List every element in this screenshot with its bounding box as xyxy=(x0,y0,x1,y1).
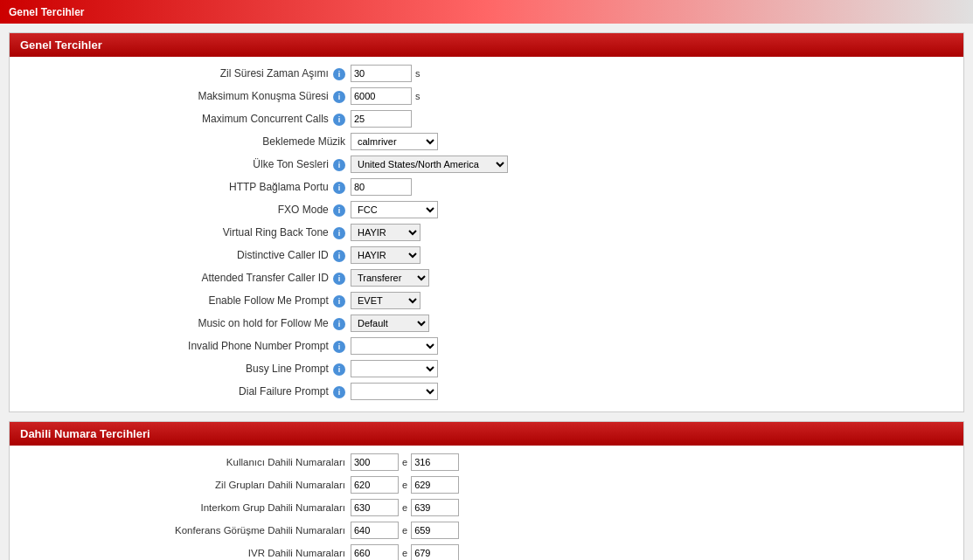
intercom-ext-row: Interkom Grup Dahili Numaraları e xyxy=(18,498,955,517)
max-talk-time-unit: s xyxy=(415,91,420,101)
conference-ext-row: Konferans Görüşme Dahili Numaraları e xyxy=(18,521,955,540)
fxo-mode-info-icon[interactable]: i xyxy=(333,204,345,217)
title-bar-label: Genel Tercihler xyxy=(9,6,84,18)
country-tones-row: Ülke Ton Sesleri i United States/North A… xyxy=(18,155,955,174)
ivr-ext-from-input[interactable] xyxy=(351,544,399,560)
max-concurrent-info-icon[interactable]: i xyxy=(333,114,345,126)
ivr-ext-label: IVR Dahili Numaraları xyxy=(18,548,351,558)
virtual-ring-back-select[interactable]: HAYIR EVET xyxy=(351,224,420,241)
ring-ext-to-input[interactable] xyxy=(411,476,459,494)
user-ext-to-input[interactable] xyxy=(411,453,459,471)
country-tones-select[interactable]: United States/North America xyxy=(351,156,508,173)
ring-timeout-row: Zil Süresi Zaman Aşımı i s xyxy=(18,64,955,83)
invalid-phone-select[interactable] xyxy=(351,337,438,355)
attended-transfer-row: Attended Transfer Caller ID i Transferer xyxy=(18,268,955,287)
country-tones-label: Ülke Ton Sesleri i xyxy=(18,158,351,171)
ring-timeout-unit: s xyxy=(415,68,420,79)
distinctive-caller-info-icon[interactable]: i xyxy=(333,250,345,262)
dial-failure-info-icon[interactable]: i xyxy=(333,386,345,398)
title-bar: Genel Tercihler xyxy=(0,0,973,24)
ring-timeout-label: Zil Süresi Zaman Aşımı i xyxy=(18,67,351,80)
max-concurrent-row: Maximum Concurrent Calls i xyxy=(18,109,955,128)
country-tones-info-icon[interactable]: i xyxy=(333,159,345,171)
distinctive-caller-select[interactable]: HAYIR EVET xyxy=(351,246,420,264)
max-talk-time-info-icon[interactable]: i xyxy=(333,91,345,103)
http-port-info-icon[interactable]: i xyxy=(333,182,345,194)
enable-follow-me-label: Enable Follow Me Prompt i xyxy=(18,294,351,308)
busy-line-select[interactable] xyxy=(351,360,438,377)
virtual-ring-back-row: Virtual Ring Back Tone i HAYIR EVET xyxy=(18,223,955,242)
user-ext-row: Kullanıcı Dahili Numaraları e xyxy=(18,453,955,472)
ring-ext-label: Zil Grupları Dahili Numaraları xyxy=(18,480,351,490)
extensions-section-header: Dahili Numara Tercihleri xyxy=(10,422,963,446)
ring-timeout-info-icon[interactable]: i xyxy=(333,68,345,80)
ring-timeout-input[interactable] xyxy=(351,65,412,82)
conference-ext-to-input[interactable] xyxy=(411,522,459,539)
virtual-ring-back-label: Virtual Ring Back Tone i xyxy=(18,226,351,239)
ring-ext-from-input[interactable] xyxy=(351,476,399,494)
music-follow-me-select[interactable]: Default xyxy=(351,315,429,332)
general-section-header: Genel Tercihler xyxy=(10,33,963,57)
http-port-label: HTTP Bağlama Portu i xyxy=(18,181,351,194)
hold-music-select[interactable]: calmriver xyxy=(351,133,438,150)
invalid-phone-row: Invalid Phone Number Prompt i xyxy=(18,336,955,356)
attended-transfer-label: Attended Transfer Caller ID i xyxy=(18,272,351,285)
conference-ext-separator: e xyxy=(402,525,407,536)
invalid-phone-info-icon[interactable]: i xyxy=(333,341,345,353)
http-port-input[interactable] xyxy=(351,178,412,196)
http-port-row: HTTP Bağlama Portu i xyxy=(18,177,955,197)
music-follow-me-row: Music on hold for Follow Me i Default xyxy=(18,314,955,333)
enable-follow-me-select[interactable]: EVET HAYIR xyxy=(351,292,420,309)
intercom-ext-separator: e xyxy=(402,502,407,513)
ivr-ext-row: IVR Dahili Numaraları e xyxy=(18,543,955,560)
max-concurrent-input[interactable] xyxy=(351,110,412,128)
ivr-ext-separator: e xyxy=(402,548,407,558)
enable-follow-me-row: Enable Follow Me Prompt i EVET HAYIR xyxy=(18,291,955,310)
max-concurrent-label: Maximum Concurrent Calls i xyxy=(18,113,351,126)
distinctive-caller-label: Distinctive Caller ID i xyxy=(18,249,351,262)
busy-line-label: Busy Line Prompt i xyxy=(18,363,351,376)
hold-music-row: Beklemede Müzik calmriver xyxy=(18,132,955,151)
dial-failure-select[interactable] xyxy=(351,383,438,400)
max-talk-time-row: Maksimum Konuşma Süresi i s xyxy=(18,86,955,106)
enable-follow-me-info-icon[interactable]: i xyxy=(333,295,345,308)
user-ext-from-input[interactable] xyxy=(351,453,399,471)
busy-line-info-icon[interactable]: i xyxy=(333,363,345,376)
ring-ext-row: Zil Grupları Dahili Numaraları e xyxy=(18,475,955,494)
ring-ext-separator: e xyxy=(402,480,407,490)
hold-music-label: Beklemede Müzik xyxy=(18,135,351,148)
fxo-mode-label: FXO Mode i xyxy=(18,204,351,217)
dial-failure-row: Dial Failure Prompt i xyxy=(18,382,955,401)
distinctive-caller-row: Distinctive Caller ID i HAYIR EVET xyxy=(18,245,955,265)
extensions-section: Dahili Numara Tercihleri Kullanıcı Dahil… xyxy=(9,421,964,560)
intercom-ext-label: Interkom Grup Dahili Numaraları xyxy=(18,502,351,513)
user-ext-separator: e xyxy=(402,457,407,467)
attended-transfer-select[interactable]: Transferer xyxy=(351,269,429,287)
general-section: Genel Tercihler Zil Süresi Zaman Aşımı i… xyxy=(9,32,964,412)
user-ext-label: Kullanıcı Dahili Numaraları xyxy=(18,457,351,467)
conference-ext-label: Konferans Görüşme Dahili Numaraları xyxy=(18,525,351,536)
attended-transfer-info-icon[interactable]: i xyxy=(333,273,345,285)
fxo-mode-select[interactable]: FCC xyxy=(351,201,438,218)
intercom-ext-from-input[interactable] xyxy=(351,499,399,516)
fxo-mode-row: FXO Mode i FCC xyxy=(18,200,955,219)
max-talk-time-input[interactable] xyxy=(351,87,412,105)
virtual-ring-back-info-icon[interactable]: i xyxy=(333,227,345,239)
music-follow-me-label: Music on hold for Follow Me i xyxy=(18,317,351,330)
intercom-ext-to-input[interactable] xyxy=(411,499,459,516)
busy-line-row: Busy Line Prompt i xyxy=(18,359,955,378)
invalid-phone-label: Invalid Phone Number Prompt i xyxy=(18,340,351,353)
conference-ext-from-input[interactable] xyxy=(351,522,399,539)
max-talk-time-label: Maksimum Konuşma Süresi i xyxy=(18,90,351,103)
music-follow-me-info-icon[interactable]: i xyxy=(333,318,345,330)
ivr-ext-to-input[interactable] xyxy=(411,544,459,560)
dial-failure-label: Dial Failure Prompt i xyxy=(18,385,351,398)
